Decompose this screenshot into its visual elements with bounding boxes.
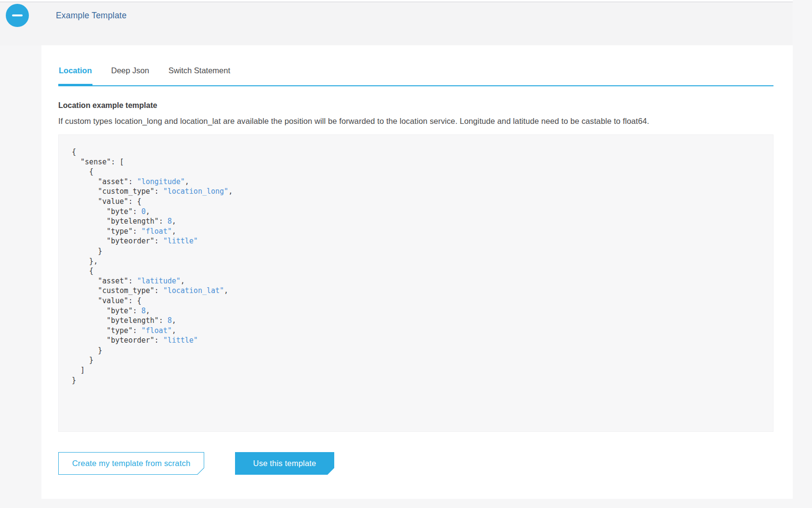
button-row: Create my template from scratch Use this… xyxy=(58,452,773,475)
collapse-panel-button[interactable] xyxy=(6,4,29,27)
code-block: { "sense": [ { "asset": "longitude", "cu… xyxy=(58,134,773,432)
section-heading: Location example template xyxy=(58,101,773,110)
template-card: Location Deep Json Switch Statement Loca… xyxy=(41,45,793,499)
tab-location[interactable]: Location xyxy=(58,65,92,85)
minus-icon xyxy=(12,14,23,16)
create-template-from-scratch-label: Create my template from scratch xyxy=(59,453,204,474)
panel-title: Example Template xyxy=(56,0,127,31)
use-this-template-button[interactable]: Use this template xyxy=(235,452,334,475)
tab-switch-statement[interactable]: Switch Statement xyxy=(168,65,231,85)
tab-bar: Location Deep Json Switch Statement xyxy=(58,65,773,86)
section-description: If custom types location_long and locati… xyxy=(58,117,773,126)
tab-deep-json[interactable]: Deep Json xyxy=(111,65,150,85)
create-template-from-scratch-button[interactable]: Create my template from scratch xyxy=(58,452,204,475)
